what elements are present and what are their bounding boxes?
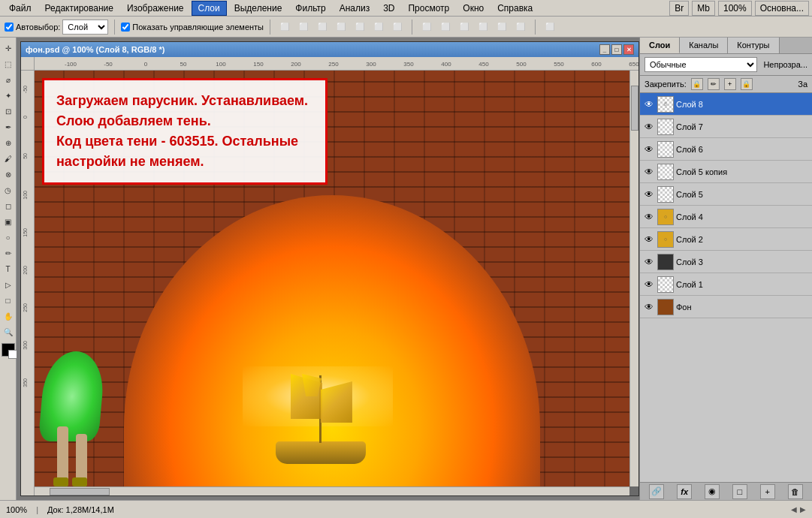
type-tool[interactable]: T (1, 261, 16, 276)
distribute4-icon[interactable]: ⬜ (456, 19, 472, 35)
distribute-icon[interactable]: ⬜ (389, 19, 406, 35)
bridge-button[interactable]: Br (669, 1, 689, 16)
layer-visibility-6[interactable]: 👁 (643, 143, 655, 155)
layer-item-3[interactable]: 👁 Слой 3 (640, 251, 812, 273)
zoom-tool[interactable]: 🔍 (1, 324, 16, 339)
magic-wand-tool[interactable]: ✦ (1, 88, 16, 103)
align-bottom-icon[interactable]: ⬜ (370, 19, 387, 35)
layer-item-4[interactable]: 👁 ○ Слой 4 (640, 206, 812, 228)
fx-button[interactable]: fx (677, 484, 692, 499)
zoom-display[interactable]: 100% (718, 1, 752, 16)
ruler-tick: 250 (328, 61, 338, 68)
align-left-icon[interactable]: ⬜ (276, 19, 293, 35)
pin-position-icon[interactable]: 🔒 (691, 78, 703, 90)
layer-item-7[interactable]: 👁 Слой 7 (640, 116, 812, 138)
menu-layers[interactable]: Слои (192, 1, 227, 16)
ruler-tick: -50 (104, 61, 113, 68)
distribute3-icon[interactable]: ⬜ (437, 19, 454, 35)
layer-item-1[interactable]: 👁 Слой 1 (640, 273, 812, 296)
layer-visibility-5copy[interactable]: 👁 (643, 166, 655, 178)
pin-pixels-icon[interactable]: ✏ (708, 78, 720, 90)
shape-tool[interactable]: □ (1, 293, 16, 308)
hand-tool[interactable]: ✋ (1, 309, 16, 324)
dodge-tool[interactable]: ○ (1, 230, 16, 245)
pen-tool[interactable]: ✏ (1, 245, 16, 261)
menu-analysis[interactable]: Анализ (334, 2, 376, 15)
maximize-button[interactable]: □ (611, 44, 622, 55)
link-layers-button[interactable]: 🔗 (649, 484, 664, 499)
minibrige-button[interactable]: Mb (692, 1, 715, 16)
marquee-tool[interactable]: ⬚ (1, 56, 16, 71)
menu-3d[interactable]: 3D (377, 2, 400, 15)
menu-edit[interactable]: Редактирование (39, 2, 119, 15)
workspace-button[interactable]: Основна... (755, 1, 809, 16)
menu-window[interactable]: Окно (457, 2, 490, 15)
menu-filter[interactable]: Фильтр (289, 2, 331, 15)
clone-tool[interactable]: ⊗ (1, 167, 16, 182)
distribute2-icon[interactable]: ⬜ (418, 19, 435, 35)
distribute6-icon[interactable]: ⬜ (494, 19, 510, 35)
layer-item-8[interactable]: 👁 8 Слой 8 (640, 93, 812, 116)
move-tool[interactable]: ✛ (1, 41, 16, 56)
align-center-v-icon[interactable]: ⬜ (352, 19, 368, 35)
eyedropper-tool[interactable]: ✒ (1, 119, 16, 134)
distribute5-icon[interactable]: ⬜ (475, 19, 491, 35)
layer-visibility-8[interactable]: 👁 (643, 98, 655, 110)
vertical-scrollbar[interactable] (629, 71, 638, 486)
menu-help[interactable]: Справка (491, 2, 539, 15)
layer-visibility-2[interactable]: 👁 (643, 233, 655, 245)
delete-layer-button[interactable]: 🗑 (788, 484, 803, 499)
eraser-tool[interactable]: ◻ (1, 198, 16, 213)
blend-mode-select[interactable]: Обычные Умножение Экран Перекрытие (644, 57, 757, 72)
history-tool[interactable]: ◷ (1, 182, 16, 197)
extra-icon[interactable]: ⬜ (542, 19, 558, 35)
close-button[interactable]: ✕ (623, 44, 634, 55)
lasso-tool[interactable]: ⌀ (1, 72, 16, 87)
align-center-h-icon[interactable]: ⬜ (295, 19, 312, 35)
heal-tool[interactable]: ⊕ (1, 135, 16, 150)
align-right-icon[interactable]: ⬜ (314, 19, 331, 35)
layer-visibility-7[interactable]: 👁 (643, 121, 655, 133)
pin-all-icon[interactable]: 🔒 (741, 78, 753, 90)
add-mask-button[interactable]: ◉ (705, 484, 720, 499)
menu-select[interactable]: Выделение (228, 2, 288, 15)
layer-item-5[interactable]: 👁 Слой 5 (640, 183, 812, 206)
layer-visibility-bg[interactable]: 👁 (643, 301, 655, 313)
minimize-button[interactable]: _ (599, 44, 610, 55)
new-group-button[interactable]: □ (732, 484, 747, 499)
new-layer-button[interactable]: + (760, 484, 775, 499)
h-scroll-thumb[interactable] (50, 488, 110, 495)
nav-arrow-left[interactable]: ◀ (791, 505, 797, 513)
path-tool[interactable]: ▷ (1, 277, 16, 292)
layer-visibility-4[interactable]: 👁 (643, 211, 655, 223)
brush-tool[interactable]: 🖌 (1, 151, 16, 166)
auto-select-checkbox[interactable] (5, 23, 14, 32)
distribute7-icon[interactable]: ⬜ (512, 19, 529, 35)
layer-visibility-5[interactable]: 👁 (643, 188, 655, 200)
layer-visibility-3[interactable]: 👁 (643, 256, 655, 268)
auto-select-dropdown[interactable]: Слой Группа (62, 20, 108, 35)
layer-item-bg[interactable]: 👁 Фон (640, 296, 812, 318)
show-controls-checkbox[interactable] (121, 23, 130, 32)
pin-add-icon[interactable]: + (724, 78, 736, 90)
actual-canvas[interactable]: Загружаем парусник. Устанавливаем. Слою … (35, 71, 629, 486)
crop-tool[interactable]: ⊡ (1, 104, 16, 119)
tab-paths[interactable]: Контуры (728, 38, 779, 53)
menu-image[interactable]: Изображение (121, 2, 190, 15)
menu-file[interactable]: Файл (3, 2, 38, 15)
tab-channels[interactable]: Каналы (680, 38, 728, 53)
v-scroll-thumb[interactable] (631, 86, 638, 131)
layer-visibility-1[interactable]: 👁 (643, 279, 655, 291)
menu-view[interactable]: Просмотр (402, 2, 455, 15)
tab-layers[interactable]: Слои (640, 38, 680, 53)
align-top-icon[interactable]: ⬜ (333, 19, 349, 35)
horizontal-scrollbar[interactable] (35, 486, 629, 495)
nav-arrow-right[interactable]: ▶ (800, 505, 806, 513)
layer-item-6[interactable]: 👁 Слой 6 (640, 138, 812, 161)
gradient-tool[interactable]: ▣ (1, 214, 16, 229)
layer-item-5copy[interactable]: 👁 Слой 5 копия (640, 161, 812, 183)
toolbar-separator-2 (270, 20, 270, 35)
auto-select-group: Автовыбор: Слой Группа (5, 20, 108, 35)
layer-item-2[interactable]: 👁 ○ Слой 2 (640, 228, 812, 251)
foreground-color[interactable] (2, 343, 15, 357)
